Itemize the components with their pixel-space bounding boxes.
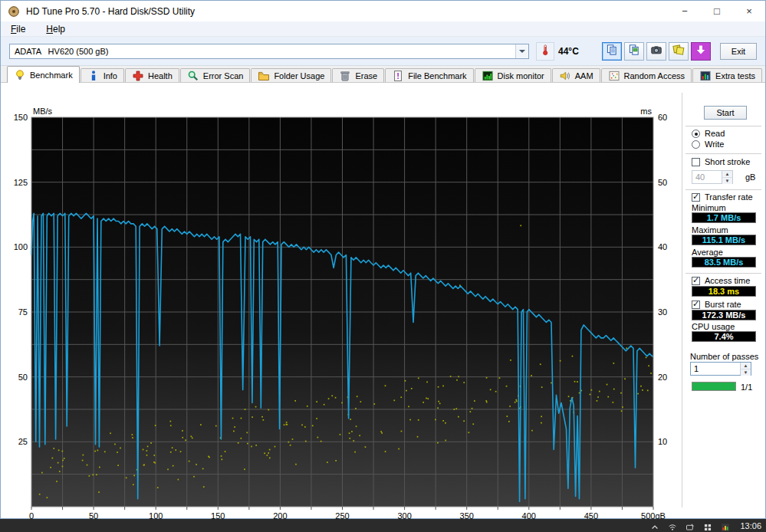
stepper-down-icon[interactable]: ▼ <box>741 369 751 376</box>
close-button[interactable]: × <box>733 1 765 21</box>
hdtune-window: HD Tune Pro 5.70 - Hard Disk/SSD Utility… <box>0 0 766 519</box>
minimize-button[interactable]: − <box>669 1 701 21</box>
menu-file[interactable]: File <box>8 23 28 35</box>
passes-stepper[interactable]: 1 ▲▼ <box>690 362 751 376</box>
maximum-value: 115.1 MB/s <box>692 235 756 245</box>
benchmark-control-panel: Start Read Write Short stroke 40 ▲▼ gB <box>685 84 765 518</box>
extra-tests-icon <box>699 70 712 82</box>
stepper-down-icon[interactable]: ▼ <box>722 178 732 184</box>
erase-icon <box>339 70 351 82</box>
tab-label: File Benchmark <box>408 71 466 80</box>
write-radio-row[interactable]: Write <box>692 140 724 149</box>
svg-text:50: 50 <box>658 178 667 187</box>
burst-rate-label: Burst rate <box>705 300 741 309</box>
touch-device-icon[interactable] <box>685 521 695 530</box>
read-radio[interactable] <box>692 130 700 138</box>
tab-label: Info <box>104 71 117 80</box>
passes-label: Number of passes <box>690 352 758 361</box>
disk-monitor-icon <box>482 70 494 82</box>
window-title: HD Tune Pro 5.70 - Hard Disk/SSD Utility <box>26 6 195 17</box>
stepper-arrows[interactable]: ▲▼ <box>740 363 751 375</box>
download-arrow-icon <box>695 44 707 58</box>
folder-usage-icon <box>258 70 270 82</box>
access-time-checkbox[interactable] <box>692 277 700 285</box>
tab-label: Extra tests <box>715 71 755 80</box>
hidden-icons-chevron-icon[interactable] <box>650 521 659 530</box>
tab-benchmark[interactable]: Benchmark <box>7 66 80 83</box>
tab-label: AAM <box>575 71 593 80</box>
separator <box>685 153 761 155</box>
minimum-label: Minimum <box>692 203 726 212</box>
short-stroke-stepper[interactable]: 40 ▲▼ <box>692 170 733 184</box>
svg-text:50: 50 <box>18 373 28 382</box>
tab-health[interactable]: Health <box>125 68 179 83</box>
drive-select-dropdown[interactable] <box>515 44 528 58</box>
tray-grid-icon[interactable] <box>703 521 712 530</box>
app-icon <box>8 5 20 18</box>
y-left-axis-title: MB/s <box>33 107 53 116</box>
stepper-up-icon[interactable]: ▲ <box>741 363 751 369</box>
stepper-up-icon[interactable]: ▲ <box>722 171 732 178</box>
svg-text:30: 30 <box>658 307 667 317</box>
error-scan-icon <box>187 70 199 82</box>
thermometer-icon-button[interactable] <box>536 42 554 61</box>
desktop: HD Tune Pro 5.70 - Hard Disk/SSD Utility… <box>0 0 766 532</box>
read-radio-row[interactable]: Read <box>692 129 725 138</box>
temperature-indicator: 44°C <box>536 42 579 61</box>
exit-button[interactable]: Exit <box>720 43 757 60</box>
stepper-arrows[interactable]: ▲▼ <box>722 171 732 183</box>
tab-disk-monitor[interactable]: Disk monitor <box>475 68 551 83</box>
title-bar: HD Tune Pro 5.70 - Hard Disk/SSD Utility… <box>1 1 765 21</box>
svg-text:100: 100 <box>14 242 28 251</box>
tab-folder-usage[interactable]: Folder Usage <box>251 68 331 83</box>
tab-random-access[interactable]: Random Access <box>601 68 692 83</box>
drive-select-value: ADATA HV620 (500 gB) <box>10 47 515 56</box>
save-screenshot-button[interactable] <box>691 42 711 61</box>
chevron-down-icon <box>519 50 525 53</box>
maximize-button[interactable]: □ <box>701 1 733 21</box>
svg-text:150: 150 <box>14 113 28 122</box>
transfer-rate-label: Transfer rate <box>705 192 753 202</box>
screenshot-button[interactable] <box>646 42 666 61</box>
transfer-rate-row[interactable]: Transfer rate <box>692 192 753 202</box>
tab-label: Benchmark <box>30 71 73 80</box>
cpu-usage-value: 7.4% <box>692 331 756 342</box>
average-label: Average <box>692 248 723 257</box>
tab-label: Health <box>148 71 173 80</box>
burst-rate-row[interactable]: Burst rate <box>692 300 741 309</box>
copy-image-button[interactable] <box>624 42 644 61</box>
hdtune-tray-icon[interactable] <box>721 521 730 530</box>
svg-text:75: 75 <box>18 307 28 317</box>
start-button[interactable]: Start <box>704 106 747 120</box>
transfer-rate-checkbox[interactable] <box>692 193 700 202</box>
tab-aam[interactable]: AAM <box>552 68 600 83</box>
access-time-value: 18.3 ms <box>692 286 756 297</box>
short-stroke-checkbox[interactable] <box>692 158 700 166</box>
tab-error-scan[interactable]: Error Scan <box>180 68 251 83</box>
maximum-label: Maximum <box>692 225 728 235</box>
tab-extra-tests[interactable]: Extra tests <box>692 68 762 83</box>
tab-file-benchmark[interactable]: !File Benchmark <box>385 68 473 83</box>
burst-rate-value: 172.3 MB/s <box>692 310 756 320</box>
network-icon[interactable] <box>668 521 677 530</box>
menu-bar: File Help <box>1 21 765 37</box>
access-time-row[interactable]: Access time <box>692 276 750 285</box>
write-radio[interactable] <box>692 140 700 149</box>
tab-info[interactable]: Info <box>81 68 124 83</box>
drive-select[interactable]: ADATA HV620 (500 gB) <box>9 44 529 59</box>
burst-rate-checkbox[interactable] <box>692 300 700 309</box>
save-results-button[interactable] <box>669 42 689 61</box>
benchmark-chart: MB/sms1501251007550256050403020100501001… <box>1 84 685 521</box>
grid <box>31 117 653 507</box>
short-stroke-row[interactable]: Short stroke <box>692 157 750 166</box>
pass-progress-bar <box>692 382 736 391</box>
taskbar-clock[interactable]: 13:06 <box>738 521 761 530</box>
menu-help[interactable]: Help <box>43 23 68 35</box>
windows-taskbar: 13:06 <box>0 519 766 532</box>
benchmark-page: MB/sms1501251007550256050403020100501001… <box>1 84 765 518</box>
svg-text:25: 25 <box>18 437 28 446</box>
copy-text-button[interactable] <box>602 42 622 61</box>
tab-erase[interactable]: Erase <box>332 68 384 83</box>
tab-bar: BenchmarkInfoHealthError ScanFolder Usag… <box>1 66 765 83</box>
window-controls: − □ × <box>669 1 765 21</box>
